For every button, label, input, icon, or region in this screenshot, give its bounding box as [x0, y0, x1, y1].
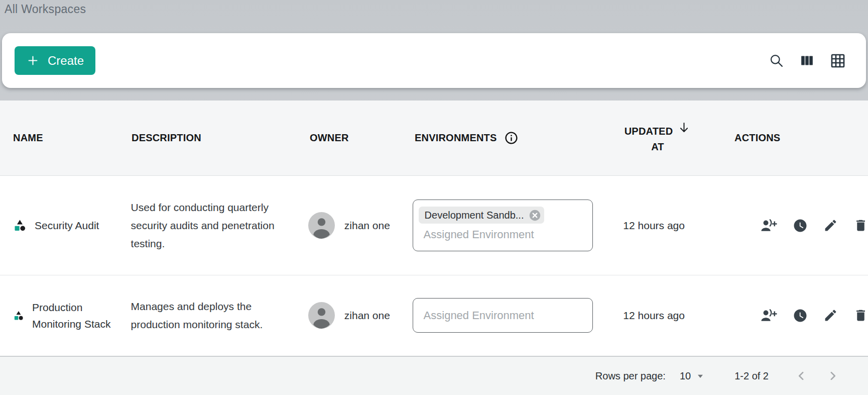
updated-at-header-label-line2: AT	[625, 140, 691, 154]
remove-x-icon[interactable]	[528, 209, 542, 222]
column-header-updated-at[interactable]: UPDATED AT	[602, 123, 713, 154]
plus-icon	[26, 54, 40, 67]
page-title: All Workspaces	[5, 3, 86, 16]
workspace-category-icon	[13, 310, 24, 321]
owner-name: zihan one	[344, 220, 390, 232]
edit-pencil-icon[interactable]	[823, 218, 838, 233]
column-header-owner: OWNER	[302, 132, 415, 144]
owner-name: zihan one	[344, 310, 390, 322]
create-button-label: Create	[48, 54, 84, 68]
avatar-person-icon	[308, 212, 335, 239]
workspace-description: Manages and deploys the production monit…	[131, 298, 277, 334]
view-columns-icon[interactable]	[800, 53, 814, 68]
grid-view-icon[interactable]	[830, 53, 846, 69]
updated-at-value: 12 hours ago	[623, 220, 685, 232]
column-header-description: DESCRIPTION	[132, 132, 302, 144]
chevron-left-icon[interactable]	[794, 368, 809, 383]
assigned-environment-input[interactable]: Assigned Environment	[413, 298, 593, 333]
workspaces-table: NAME DESCRIPTION OWNER ENVIRONMENTS UPDA…	[0, 101, 868, 395]
rows-per-page-label: Rows per page:	[595, 370, 666, 382]
column-header-name: NAME	[0, 132, 132, 144]
create-button[interactable]: Create	[15, 46, 95, 75]
workspace-name: Production Monitoring Stack	[32, 299, 116, 332]
environment-placeholder: Assigned Environment	[424, 228, 587, 241]
search-icon[interactable]	[769, 53, 784, 68]
assigned-environment-input[interactable]: Development Sandb... Assigned Environmen…	[413, 200, 593, 251]
environment-chip[interactable]: Development Sandb...	[419, 207, 545, 224]
table-row: Security Audit Used for conducting quart…	[0, 176, 868, 275]
chevron-right-icon[interactable]	[825, 368, 840, 383]
toolbar-card: Create	[2, 33, 866, 88]
column-header-environments: ENVIRONMENTS	[415, 131, 602, 145]
avatar-person-icon	[308, 302, 335, 329]
environments-header-label: ENVIRONMENTS	[415, 132, 497, 144]
column-header-actions: ACTIONS	[713, 132, 868, 144]
dropdown-arrow-icon	[694, 370, 706, 382]
environment-chip-label: Development Sandb...	[425, 210, 524, 221]
updated-at-header-label: UPDATED	[625, 124, 673, 138]
workspace-name: Security Audit	[35, 217, 99, 234]
updated-at-value: 12 hours ago	[623, 310, 685, 322]
pagination-bar: Rows per page: 10 1-2 of 2	[0, 356, 868, 395]
environment-placeholder: Assigned Environment	[424, 309, 534, 322]
person-add-icon[interactable]	[760, 218, 777, 233]
rows-per-page-select[interactable]: 10	[680, 370, 706, 382]
workspace-description: Used for conducting quarterly security a…	[131, 199, 277, 253]
table-row: Production Monitoring Stack Manages and …	[0, 275, 868, 355]
delete-trash-icon[interactable]	[853, 308, 868, 323]
workspace-category-icon	[13, 219, 27, 232]
edit-pencil-icon[interactable]	[823, 308, 838, 323]
person-add-icon[interactable]	[760, 308, 777, 323]
arrow-down-icon	[677, 121, 691, 138]
history-clock-icon[interactable]	[793, 308, 808, 323]
delete-trash-icon[interactable]	[853, 218, 868, 233]
info-icon[interactable]	[504, 131, 519, 145]
rows-per-page-value: 10	[680, 370, 691, 382]
table-header-row: NAME DESCRIPTION OWNER ENVIRONMENTS UPDA…	[0, 101, 868, 176]
toolbar-icons	[769, 53, 846, 69]
pagination-range: 1-2 of 2	[734, 370, 769, 382]
history-clock-icon[interactable]	[793, 218, 808, 233]
